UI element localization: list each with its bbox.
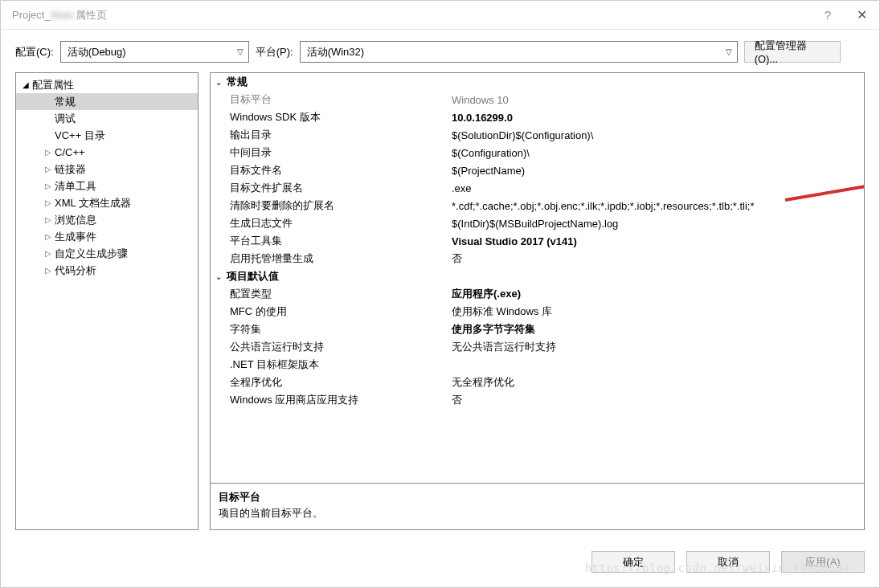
property-row[interactable]: 字符集使用多字节字符集 [211, 321, 864, 338]
tree-root-label: 配置属性 [32, 78, 74, 92]
property-name: .NET 目标框架版本 [211, 357, 450, 372]
tree-item-label: 链接器 [55, 162, 86, 177]
ok-button[interactable]: 确定 [591, 551, 675, 573]
property-value[interactable]: 10.0.16299.0 [450, 112, 864, 124]
property-row[interactable]: 目标文件扩展名.exe [211, 179, 864, 197]
tree-view[interactable]: ◢ 配置属性 常规调试VC++ 目录▷C/C++▷链接器▷清单工具▷XML 文档… [15, 72, 199, 530]
description-panel: 目标平台 项目的当前目标平台。 [210, 484, 865, 530]
triangle-right-icon: ▷ [45, 249, 53, 258]
triangle-right-icon: ▷ [45, 165, 53, 174]
chevron-down-icon: ⌄ [215, 78, 227, 87]
property-name: 中间目录 [211, 145, 450, 160]
tree-item[interactable]: 常规 [16, 93, 198, 110]
property-row[interactable]: Windows SDK 版本10.0.16299.0 [211, 108, 864, 126]
property-value[interactable]: 使用标准 Windows 库 [450, 304, 864, 319]
property-section-header[interactable]: ⌄常规 [211, 73, 864, 91]
property-value[interactable]: 应用程序(.exe) [450, 287, 864, 301]
property-value[interactable]: 否 [450, 393, 864, 407]
tree-item-label: 清单工具 [55, 179, 96, 194]
config-manager-button[interactable]: 配置管理器(O)... [744, 41, 841, 63]
title-redacted: Xxxx [51, 9, 73, 21]
property-name: 字符集 [211, 322, 450, 337]
property-name: 全程序优化 [211, 375, 450, 390]
tree-item[interactable]: ▷生成事件 [16, 228, 198, 245]
tree-item-label: 生成事件 [55, 230, 96, 244]
triangle-right-icon: ▷ [45, 182, 53, 190]
tree-item-label: XML 文档生成器 [55, 196, 131, 210]
toolbar: 配置(C): 活动(Debug) ▽ 平台(P): 活动(Win32) ▽ 配置… [1, 30, 879, 72]
triangle-down-icon: ◢ [23, 80, 31, 89]
triangle-right-icon: ▷ [45, 232, 53, 241]
tree-item-label: C/C++ [55, 146, 85, 158]
property-row[interactable]: 启用托管增量生成否 [211, 250, 864, 267]
property-name: Windows 应用商店应用支持 [211, 393, 450, 407]
apply-button[interactable]: 应用(A) [781, 551, 865, 573]
close-icon[interactable]: ✕ [844, 7, 879, 22]
property-row[interactable]: 生成日志文件$(IntDir)$(MSBuildProjectName).log [211, 214, 864, 232]
property-name: 启用托管增量生成 [211, 251, 450, 266]
description-title: 目标平台 [219, 490, 856, 504]
property-row[interactable]: 目标平台Windows 10 [211, 91, 864, 108]
property-value[interactable]: Visual Studio 2017 (v141) [450, 235, 864, 247]
property-name: 平台工具集 [211, 234, 450, 248]
triangle-right-icon: ▷ [45, 266, 53, 275]
property-row[interactable]: 清除时要删除的扩展名*.cdf;*.cache;*.obj;*.obj.enc;… [211, 197, 864, 214]
property-value[interactable]: $(Configuration)\ [450, 147, 864, 159]
property-row[interactable]: 全程序优化无全程序优化 [211, 374, 864, 391]
platform-value: 活动(Win32) [307, 45, 365, 59]
title-suffix: 属性页 [73, 9, 108, 21]
property-value[interactable]: $(SolutionDir)$(Configuration)\ [450, 129, 864, 141]
cancel-button[interactable]: 取消 [686, 551, 770, 573]
property-value[interactable]: 无公共语言运行时支持 [450, 340, 864, 354]
property-row[interactable]: 公共语言运行时支持无公共语言运行时支持 [211, 338, 864, 356]
tree-item-label: 浏览信息 [55, 213, 96, 227]
tree-item[interactable]: 调试 [16, 110, 198, 127]
config-label: 配置(C): [15, 45, 54, 59]
config-combo[interactable]: 活动(Debug) ▽ [60, 41, 249, 63]
property-name: 目标文件扩展名 [211, 181, 450, 195]
property-value[interactable]: $(ProjectName) [450, 165, 864, 177]
window-title: Project_Xxxx 属性页 [12, 8, 812, 22]
property-name: 输出目录 [211, 128, 450, 142]
property-value[interactable]: $(IntDir)$(MSBuildProjectName).log [450, 218, 864, 230]
property-name: 配置类型 [211, 287, 450, 301]
title-prefix: Project_ [12, 9, 51, 21]
property-value[interactable]: 无全程序优化 [450, 375, 864, 390]
property-row[interactable]: 目标文件名$(ProjectName) [211, 161, 864, 179]
tree-item[interactable]: VC++ 目录 [16, 127, 198, 144]
property-row[interactable]: 平台工具集Visual Studio 2017 (v141) [211, 232, 864, 250]
property-name: MFC 的使用 [211, 304, 450, 319]
platform-combo[interactable]: 活动(Win32) ▽ [300, 41, 738, 63]
property-name: 目标文件名 [211, 163, 450, 178]
title-bar: Project_Xxxx 属性页 ? ✕ [1, 1, 879, 30]
property-value[interactable]: 使用多字节字符集 [450, 322, 864, 337]
tree-item[interactable]: ▷XML 文档生成器 [16, 194, 198, 211]
property-value[interactable]: *.cdf;*.cache;*.obj;*.obj.enc;*.ilk;*.ip… [450, 200, 864, 212]
property-row[interactable]: Windows 应用商店应用支持否 [211, 391, 864, 409]
tree-item[interactable]: ▷代码分析 [16, 262, 198, 279]
property-row[interactable]: 中间目录$(Configuration)\ [211, 144, 864, 161]
tree-item-label: VC++ 目录 [55, 129, 105, 143]
tree-root[interactable]: ◢ 配置属性 [16, 76, 198, 93]
tree-item[interactable]: ▷C/C++ [16, 144, 198, 161]
property-name: Windows SDK 版本 [211, 110, 450, 125]
main-area: ◢ 配置属性 常规调试VC++ 目录▷C/C++▷链接器▷清单工具▷XML 文档… [1, 72, 879, 530]
property-row[interactable]: 输出目录$(SolutionDir)$(Configuration)\ [211, 126, 864, 144]
tree-item-label: 调试 [55, 112, 76, 126]
property-row[interactable]: MFC 的使用使用标准 Windows 库 [211, 303, 864, 321]
property-row[interactable]: .NET 目标框架版本 [211, 356, 864, 374]
property-value[interactable]: 否 [450, 251, 864, 266]
triangle-right-icon: ▷ [45, 198, 53, 207]
property-value[interactable]: .exe [450, 182, 864, 194]
platform-label: 平台(P): [256, 45, 293, 59]
tree-item[interactable]: ▷清单工具 [16, 178, 198, 194]
tree-item[interactable]: ▷浏览信息 [16, 211, 198, 228]
property-grid[interactable]: ⌄常规目标平台Windows 10Windows SDK 版本10.0.1629… [210, 72, 865, 484]
property-area: ⌄常规目标平台Windows 10Windows SDK 版本10.0.1629… [210, 72, 865, 530]
property-value[interactable]: Windows 10 [450, 94, 864, 106]
tree-item[interactable]: ▷链接器 [16, 161, 198, 178]
help-icon[interactable]: ? [812, 8, 844, 22]
tree-item[interactable]: ▷自定义生成步骤 [16, 245, 198, 262]
property-section-header[interactable]: ⌄项目默认值 [211, 267, 864, 285]
property-row[interactable]: 配置类型应用程序(.exe) [211, 285, 864, 303]
